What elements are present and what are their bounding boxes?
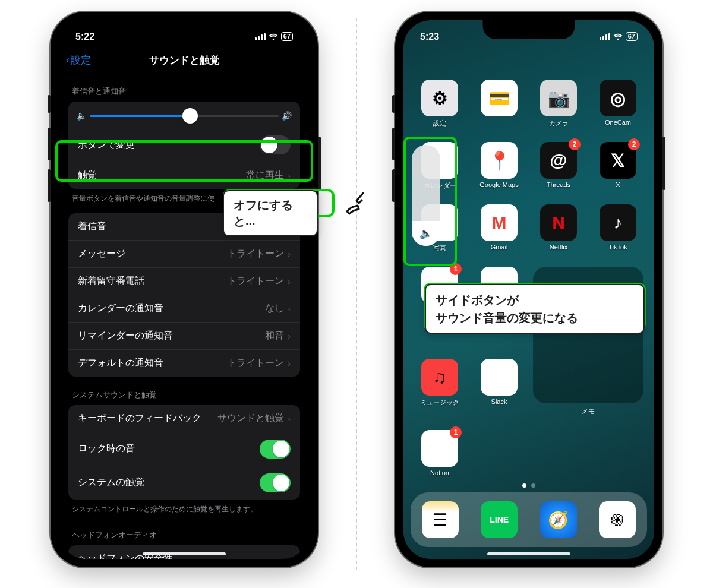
app-TikTok[interactable]: ♪TikTok xyxy=(592,204,643,252)
app-label: Gmail xyxy=(491,244,508,251)
app-label: OneCam xyxy=(605,119,631,126)
row-value: トライトーン xyxy=(227,248,284,260)
row-change-with-buttons[interactable]: ボタンで変更 xyxy=(68,128,300,162)
nav-bar: ‹ 設定 サウンドと触覚 xyxy=(59,47,310,73)
row-label: リマインダーの通知音 xyxy=(78,330,173,342)
row-voicemail[interactable]: 新着留守番電話 トライトーン› xyxy=(68,267,300,295)
badge: 1 xyxy=(450,263,462,275)
chevron-right-icon: › xyxy=(288,170,291,181)
row-label: キーボードのフィードバック xyxy=(78,412,201,425)
phone-right: 5:23 67 🔈 ⚙︎設定💳📷カメラ◎OneCam31カレンダー📍Google… xyxy=(395,12,662,567)
back-button[interactable]: ‹ 設定 xyxy=(66,53,91,67)
status-time: 5:23 xyxy=(420,31,439,42)
pointer-hand-icon xyxy=(342,190,371,225)
app-設定[interactable]: ⚙︎設定 xyxy=(414,80,465,128)
chevron-right-icon: › xyxy=(288,413,291,423)
chevron-left-icon: ‹ xyxy=(66,54,70,66)
callout-right: サイドボタンが サウンド音量の変更になる xyxy=(425,284,645,334)
app-label: 写真 xyxy=(433,244,446,252)
memo-label: メモ xyxy=(533,407,643,416)
row-value: トライトーン xyxy=(227,275,284,287)
toggle-system-haptics[interactable] xyxy=(260,473,291,492)
row-label: 触覚 xyxy=(78,169,97,182)
app-OneCam[interactable]: ◎OneCam xyxy=(592,80,643,128)
callout-left: オフにすると... xyxy=(223,190,318,236)
row-system-haptics[interactable]: システムの触覚 xyxy=(68,466,300,500)
speaker-icon: 🔈 xyxy=(419,227,433,240)
volume-hud: 🔈 xyxy=(412,145,440,246)
dock-app-notes[interactable]: ☰ xyxy=(422,501,459,538)
row-default-alert[interactable]: デフォルトの通知音 トライトーン› xyxy=(68,349,300,377)
chevron-right-icon: › xyxy=(288,554,291,559)
status-time: 5:22 xyxy=(75,31,94,42)
row-message[interactable]: メッセージ トライトーン› xyxy=(68,240,300,267)
status-bar: 5:22 67 xyxy=(59,20,310,47)
row-label: カレンダーの通知音 xyxy=(78,302,163,315)
row-label: ボタンで変更 xyxy=(78,139,135,151)
wifi-icon xyxy=(613,33,623,40)
chevron-right-icon: › xyxy=(288,358,291,368)
chevron-right-icon: › xyxy=(288,276,291,286)
app-Gmail[interactable]: MGmail xyxy=(474,204,525,252)
section-header-ringer: 着信音と通知音 xyxy=(59,73,310,102)
app-icon[interactable]: 💳 xyxy=(474,80,525,128)
app-カメラ[interactable]: 📷カメラ xyxy=(533,80,584,128)
badge: 1 xyxy=(450,426,462,438)
app-Notion[interactable]: N1Notion xyxy=(414,430,465,476)
app-label: Google Maps xyxy=(479,181,518,188)
row-label: システムの触覚 xyxy=(78,476,144,489)
app-Netflix[interactable]: NNetflix xyxy=(533,204,584,252)
section-header-system: システムサウンドと触覚 xyxy=(59,377,310,405)
app-label: ミュージック xyxy=(420,398,459,407)
phone-left: 5:22 67 ‹ 設定 サウンドと触覚 着信音と通知音 xyxy=(51,12,318,567)
ringer-volume-slider[interactable]: 🔈 🔊 xyxy=(68,102,300,128)
signal-icon xyxy=(600,33,610,40)
app-label: Netflix xyxy=(550,244,568,251)
row-label: 新着留守番電話 xyxy=(78,275,144,287)
signal-icon xyxy=(255,33,266,40)
speaker-low-icon: 🔈 xyxy=(77,111,87,121)
home-indicator[interactable] xyxy=(487,552,570,555)
dock-app-chatgpt[interactable]: ֍ xyxy=(599,501,636,538)
divider xyxy=(356,18,357,570)
row-value: なし xyxy=(265,302,284,315)
row-keyboard-feedback[interactable]: キーボードのフィードバック サウンドと触覚› xyxy=(68,405,300,432)
page-dots[interactable] xyxy=(522,483,535,488)
app-Slack[interactable]: Slack xyxy=(474,359,525,416)
app-ミュージック[interactable]: ♫ミュージック xyxy=(414,359,465,416)
app-Threads[interactable]: @2Threads xyxy=(533,142,584,190)
app-label: TikTok xyxy=(608,244,627,251)
home-grid: ⚙︎設定💳📷カメラ◎OneCam31カレンダー📍Google Maps@2Thr… xyxy=(414,80,643,476)
wifi-icon xyxy=(269,33,278,40)
app-label: 設定 xyxy=(433,119,446,128)
dock-app-safari[interactable]: 🧭 xyxy=(540,501,577,538)
row-label: ロック時の音 xyxy=(78,442,135,455)
app-label: Threads xyxy=(547,181,570,188)
badge: 2 xyxy=(569,138,581,150)
chevron-right-icon: › xyxy=(288,331,291,341)
toggle-change-with-buttons[interactable] xyxy=(260,135,291,154)
row-haptics[interactable]: 触覚 常に再生› xyxy=(68,162,300,189)
app-X[interactable]: 𝕏2X xyxy=(592,142,643,190)
chevron-right-icon: › xyxy=(288,249,291,259)
row-value: サウンドと触覚 xyxy=(217,412,284,425)
chevron-right-icon: › xyxy=(288,304,291,314)
dock: ☰ LINE 🧭 ֍ xyxy=(411,492,647,547)
page-title: サウンドと触覚 xyxy=(149,53,220,67)
dock-app-line[interactable]: LINE xyxy=(481,501,518,538)
app-label: カメラ xyxy=(549,119,569,128)
row-reminder-alert[interactable]: リマインダーの通知音 和音› xyxy=(68,322,300,349)
home-indicator[interactable] xyxy=(143,552,226,555)
app-label: Slack xyxy=(491,398,507,405)
battery-icon: 67 xyxy=(281,32,293,41)
section-footer: システムコントロールと操作のために触覚を再生します。 xyxy=(59,500,310,517)
row-value: 常に再生 xyxy=(246,169,284,182)
toggle-lock-sound[interactable] xyxy=(260,440,291,459)
app-label: X xyxy=(616,181,620,188)
row-calendar-alert[interactable]: カレンダーの通知音 なし› xyxy=(68,295,300,322)
row-label: 着信音 xyxy=(78,220,106,233)
row-label: メッセージ xyxy=(78,248,125,260)
row-lock-sound[interactable]: ロック時の音 xyxy=(68,432,300,466)
app-Google Maps[interactable]: 📍Google Maps xyxy=(474,142,525,190)
row-value: トライトーン xyxy=(227,357,284,369)
